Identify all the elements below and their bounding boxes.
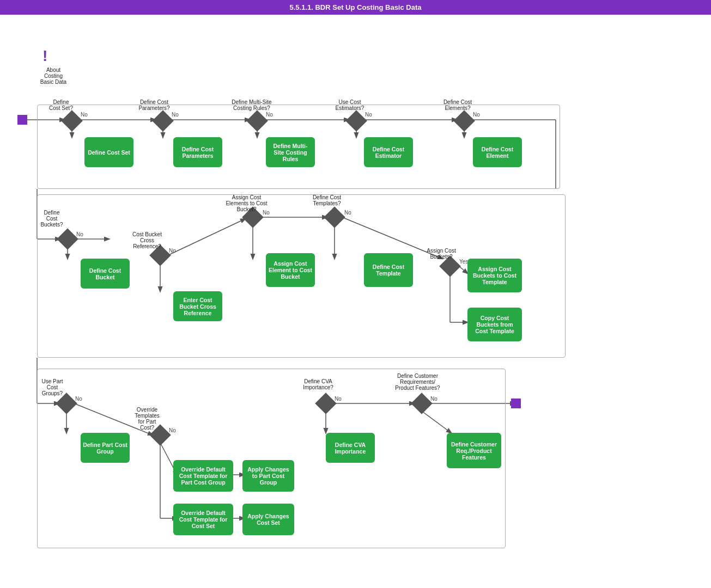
override-default-part-cost-group-box[interactable]: Override Default Cost Template for Part … bbox=[173, 460, 233, 492]
define-cva-importance-box[interactable]: Define CVA Importance bbox=[326, 433, 375, 463]
define-cost-template-box[interactable]: Define Cost Template bbox=[364, 253, 413, 287]
copy-cost-buckets-box[interactable]: Copy Cost Buckets from Cost Template bbox=[467, 308, 522, 341]
diamond-label-define-cost-elements: Define CostElements? bbox=[435, 99, 481, 111]
about-icon: ! bbox=[42, 47, 47, 65]
about-label: AboutCostingBasic Data bbox=[34, 67, 72, 85]
diamond-label-cost-bucket-cross-ref: Cost BucketCrossReference? bbox=[124, 231, 170, 249]
start-square bbox=[17, 115, 27, 125]
no-label-d2-4: No bbox=[344, 210, 351, 216]
diamond-label-define-cost-params: Define CostParameters? bbox=[130, 99, 179, 111]
enter-cross-ref-box[interactable]: Enter Cost Bucket Cross Reference bbox=[173, 291, 222, 321]
end-square bbox=[511, 399, 521, 408]
diamond-label-use-cost-estimators: Use CostEstimators? bbox=[327, 99, 373, 111]
apply-changes-cost-set-box[interactable]: Apply Changes Cost Set bbox=[242, 504, 294, 535]
page-title: 5.5.1.1. BDR Set Up Costing Basic Data bbox=[289, 3, 421, 11]
no-label-d2-3: No bbox=[263, 210, 270, 216]
no-label-d3-2: No bbox=[169, 427, 176, 433]
define-multi-site-costing-rules-box[interactable]: Define Multi-Site Costing Rules bbox=[266, 137, 315, 167]
title-bar: 5.5.1.1. BDR Set Up Costing Basic Data bbox=[0, 0, 711, 15]
diamond-label-override-templates-part-cost: OverrideTemplatesfor PartCost? bbox=[124, 407, 170, 431]
define-cost-element-box[interactable]: Define Cost Element bbox=[473, 137, 522, 167]
define-customer-req-box[interactable]: Define Customer Req./Product Features bbox=[447, 433, 501, 468]
no-label-d3-1: No bbox=[75, 396, 82, 402]
diamond-label-assign-cost-buckets: Assign CostBuckets? bbox=[418, 248, 464, 260]
define-cost-bucket-box[interactable]: Define Cost Bucket bbox=[81, 259, 130, 289]
no-label-d1-2: No bbox=[172, 112, 179, 118]
apply-changes-part-cost-group-box[interactable]: Apply Changes to Part Cost Group bbox=[242, 460, 294, 492]
no-label-d1-1: No bbox=[81, 112, 88, 118]
no-label-d3-3: No bbox=[335, 396, 342, 402]
assign-cost-element-box[interactable]: Assign Cost Element to Cost Bucket bbox=[266, 253, 315, 287]
diamond-label-define-customer-req: Define CustomerRequirements/Product Feat… bbox=[389, 373, 446, 391]
diamond-label-use-part-cost-groups: Use PartCostGroups? bbox=[33, 378, 72, 396]
yes-label-d2-5: Yes bbox=[459, 259, 468, 265]
diagram-container: ! AboutCostingBasic Data DefineCost Set?… bbox=[0, 15, 711, 588]
assign-buckets-template-box[interactable]: Assign Cost Buckets to Cost Template bbox=[467, 259, 522, 292]
diamond-label-define-cva-importance: Define CVAImportance? bbox=[293, 378, 343, 390]
diamond-label-define-multi-site: Define Multi-SiteCosting Rules? bbox=[226, 99, 278, 111]
no-label-d2-1: No bbox=[76, 231, 83, 237]
diamond-label-define-cost-set: DefineCost Set? bbox=[39, 99, 83, 111]
define-cost-parameters-box[interactable]: Define Cost Parameters bbox=[173, 137, 222, 167]
diamond-label-define-cost-buckets: DefineCostBuckets? bbox=[33, 210, 71, 228]
no-label-d1-3: No bbox=[266, 112, 273, 118]
override-default-cost-set-box[interactable]: Override Default Cost Template for Cost … bbox=[173, 504, 233, 535]
no-label-d1-4: No bbox=[365, 112, 372, 118]
define-cost-set-box[interactable]: Define Cost Set bbox=[84, 137, 133, 167]
no-label-d3-4: No bbox=[430, 396, 437, 402]
no-label-d1-5: No bbox=[473, 112, 480, 118]
no-label-d2-2: No bbox=[169, 248, 176, 254]
diamond-label-define-cost-templates: Define CostTemplates? bbox=[304, 194, 350, 206]
define-part-cost-group-box[interactable]: Define Part Cost Group bbox=[81, 433, 130, 463]
define-cost-estimator-box[interactable]: Define Cost Estimator bbox=[364, 137, 413, 167]
